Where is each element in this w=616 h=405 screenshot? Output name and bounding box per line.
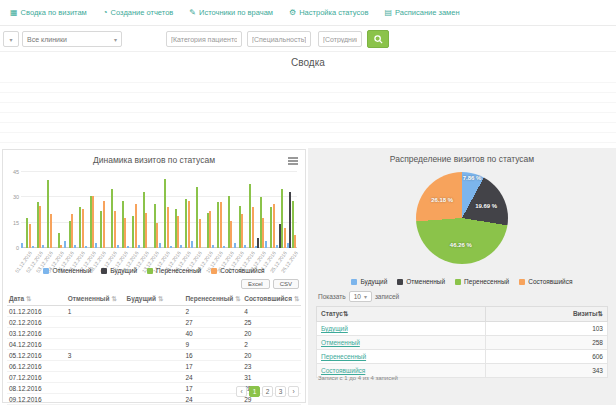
column-header[interactable]: Перенесенный⇅ <box>183 293 242 306</box>
table-cell: 23 <box>242 361 301 372</box>
legend-item[interactable]: Будущий <box>351 278 387 285</box>
column-header[interactable]: Визиты⇅ <box>485 307 607 322</box>
y-axis-label: 15 <box>5 220 19 226</box>
bar <box>95 243 97 248</box>
pagination-page[interactable]: 3 <box>275 386 286 397</box>
pagination-page[interactable]: 2 <box>262 386 273 397</box>
card-title: Динамика визитов по статусам <box>3 150 305 165</box>
legend-item[interactable]: Отмененный <box>397 278 445 285</box>
pie-slice-label: 26.18 % <box>431 197 453 203</box>
legend-item[interactable]: Перенесенный <box>455 278 509 285</box>
table-row: 01.12.2016124 <box>7 306 301 317</box>
x-axis: 01.12.201602.12.201603.12.201604.12.2016… <box>21 249 297 266</box>
search-button[interactable] <box>367 30 389 48</box>
topbar-tab[interactable]: ▤Расписание замен <box>385 8 460 17</box>
legend-item[interactable]: Состоявшийся <box>519 278 572 285</box>
table-cell: 606 <box>485 350 607 364</box>
table-cell: 25 <box>242 317 301 328</box>
tab-label: Расписание замен <box>395 8 460 17</box>
pagination-next[interactable]: › <box>288 386 299 397</box>
status-link[interactable]: Состоявшийся <box>321 367 365 374</box>
bar <box>71 214 73 248</box>
topbar-tab[interactable]: ⚙Настройка статусов <box>289 8 368 17</box>
status-link[interactable]: Будущий <box>321 325 348 332</box>
status-link[interactable]: Отмененный <box>321 339 360 346</box>
bar <box>180 245 182 248</box>
bar <box>60 245 62 248</box>
bar-group <box>149 172 159 248</box>
topbar-tab[interactable]: ▦Сводка по визитам <box>10 8 87 17</box>
table-cell: 05.12.2016 <box>7 350 66 361</box>
table-cell: 2 <box>242 339 301 350</box>
y-axis-label: 0 <box>5 245 19 251</box>
clinic-select[interactable]: Все клиники ▾ <box>22 31 122 47</box>
bar <box>32 246 34 248</box>
legend-swatch <box>397 279 403 285</box>
bar-group <box>85 172 95 248</box>
table-cell <box>66 361 125 372</box>
tab-label: Сводка по визитам <box>21 8 87 17</box>
bar <box>234 243 236 248</box>
pie-chart: 7.86 %19.69 %46.26 %26.18 % <box>416 172 508 264</box>
legend-item[interactable]: Отмененный <box>43 267 91 274</box>
bar-group <box>287 172 297 248</box>
page-size-control: Показать 10 ▾ записей <box>318 291 399 302</box>
chevron-down-icon: ▾ <box>9 36 12 43</box>
period-select[interactable]: ▾ <box>3 31 19 47</box>
status-link[interactable]: Перенесенный <box>321 353 366 360</box>
table-cell <box>66 317 125 328</box>
table-cell: 4 <box>242 306 301 317</box>
bar <box>85 246 87 248</box>
table-cell: 03.12.2016 <box>7 328 66 339</box>
visits-distribution-card: Распределение визитов по статусам 7.86 %… <box>308 148 616 405</box>
legend-label: Будущий <box>110 267 137 274</box>
excel-export-button[interactable]: Excel <box>241 279 270 289</box>
table-cell <box>125 394 184 405</box>
topbar-tab[interactable]: ◔Создание отчетов <box>103 8 174 17</box>
page-size-value: 10 <box>354 293 361 300</box>
table-cell <box>125 361 184 372</box>
employee-input[interactable] <box>318 31 362 47</box>
table-cell: 04.12.2016 <box>7 339 66 350</box>
column-header[interactable]: Отмененный⇅ <box>66 293 125 306</box>
bar <box>209 211 211 248</box>
column-header[interactable]: Состоявшийся⇅ <box>242 293 301 306</box>
specialty-input[interactable] <box>247 31 311 47</box>
tab-label: Источники по врачам <box>199 8 273 17</box>
y-axis-label: 45 <box>5 169 19 175</box>
bar <box>21 243 23 248</box>
table-cell: Будущий <box>317 322 486 336</box>
table-row: 05.12.201631620 <box>7 350 301 361</box>
table-cell: Отмененный <box>317 336 486 350</box>
pagination-page[interactable]: 1 <box>249 386 260 397</box>
chevron-down-icon: ▾ <box>114 36 117 43</box>
bar <box>64 241 66 248</box>
pagination-prev[interactable]: ‹ <box>236 386 247 397</box>
bar-group <box>234 172 244 248</box>
status-table: Статус⇅Визиты⇅ Будущий103Отмененный258Пе… <box>316 306 608 378</box>
page-size-select[interactable]: 10 ▾ <box>349 291 372 302</box>
patient-category-input[interactable] <box>166 31 242 47</box>
bar <box>244 245 246 248</box>
pie-chart-legend: БудущийОтмененныйПеренесенныйСостоявшийс… <box>308 278 616 285</box>
bar-group <box>170 172 180 248</box>
bar-group <box>32 172 42 248</box>
bar <box>241 214 243 248</box>
bar <box>124 218 126 248</box>
column-header[interactable]: Дата⇅ <box>7 293 66 306</box>
topbar-tab[interactable]: ✎Источники по врачам <box>189 8 273 17</box>
legend-item[interactable]: Перенесенный <box>147 267 201 274</box>
bar <box>284 228 286 248</box>
bar <box>212 245 214 248</box>
csv-export-button[interactable]: CSV <box>273 279 299 289</box>
column-header[interactable]: Будущий⇅ <box>125 293 184 306</box>
hamburger-icon[interactable] <box>288 157 298 166</box>
legend-label: Отмененный <box>406 278 445 285</box>
legend-item[interactable]: Будущий <box>101 267 137 274</box>
legend-label: Отмененный <box>52 267 91 274</box>
bar-group <box>180 172 190 248</box>
column-header[interactable]: Статус⇅ <box>317 307 486 322</box>
legend-item[interactable]: Состоявшийся <box>211 267 264 274</box>
bar <box>135 204 137 248</box>
table-cell <box>66 394 125 405</box>
